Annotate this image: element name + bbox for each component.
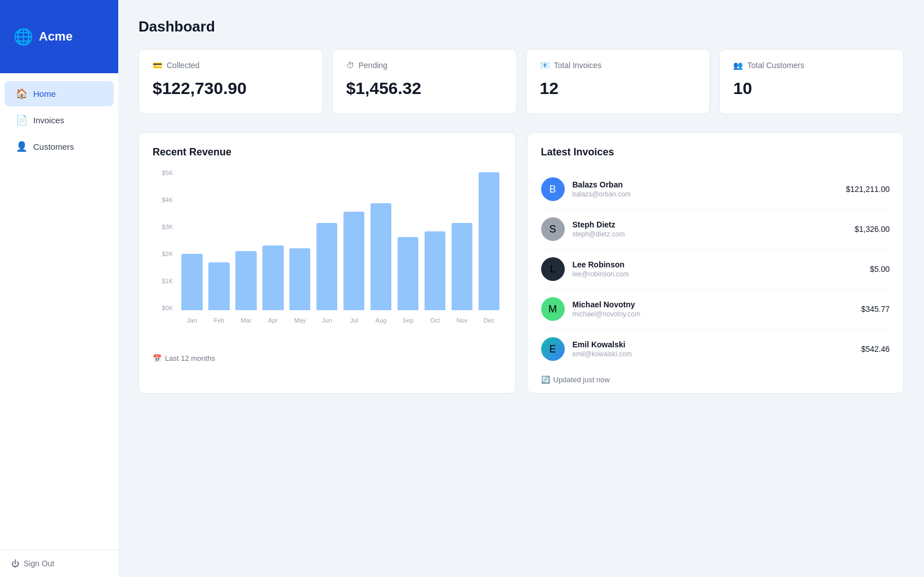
invoice-amount: $542.46 bbox=[861, 345, 890, 354]
invoices-footer-label: Updated just now bbox=[553, 375, 610, 384]
bar-label-nov: Nov bbox=[457, 317, 468, 324]
latest-invoices-card: Latest Invoices B Balazs Orban balazs@or… bbox=[527, 132, 904, 393]
sidebar-label-customers: Customers bbox=[33, 142, 74, 151]
stat-label-row-total_customers: 👥 Total Customers bbox=[733, 61, 890, 70]
calendar-icon: 📅 bbox=[153, 354, 162, 363]
bar-fill-dec bbox=[479, 172, 499, 310]
chart-footer-label: Last 12 months bbox=[165, 354, 215, 363]
stat-card-total_invoices: 📧 Total Invoices 12 bbox=[526, 49, 711, 114]
bar-fill-apr bbox=[262, 245, 283, 310]
chart-footer: 📅 Last 12 months bbox=[153, 350, 502, 363]
invoices-icon: 📄 bbox=[16, 114, 28, 126]
bar-fill-aug bbox=[371, 203, 391, 310]
refresh-icon: 🔄 bbox=[541, 375, 550, 384]
total_customers-icon: 👥 bbox=[733, 61, 743, 70]
bar-mar: Mar bbox=[234, 169, 258, 310]
sidebar-item-home[interactable]: 🏠 Home bbox=[5, 81, 114, 106]
sidebar-footer: ⏻ Sign Out bbox=[0, 549, 118, 577]
bar-label-dec: Dec bbox=[484, 317, 495, 324]
chart-bars: Jan Feb Mar Apr May Jun Jul Aug Sep Oct … bbox=[153, 169, 502, 327]
bar-fill-nov bbox=[452, 223, 472, 310]
bar-feb: Feb bbox=[207, 169, 231, 310]
sidebar-nav: 🏠 Home 📄 Invoices 👤 Customers bbox=[0, 73, 118, 549]
bar-label-jan: Jan bbox=[187, 317, 197, 324]
sign-out-button[interactable]: ⏻ Sign Out bbox=[11, 559, 54, 568]
stat-label-row-total_invoices: 📧 Total Invoices bbox=[540, 61, 697, 70]
bar-fill-jul bbox=[343, 212, 364, 310]
invoice-name: Balazs Orban bbox=[573, 180, 838, 189]
invoice-email: balazs@orban.com bbox=[573, 190, 838, 198]
y-axis-label: $3K bbox=[153, 223, 177, 230]
collected-icon: 💳 bbox=[153, 61, 162, 70]
invoice-amount: $121,211.00 bbox=[846, 185, 890, 194]
bar-jul: Jul bbox=[342, 169, 367, 310]
invoices-footer: 🔄 Updated just now bbox=[541, 369, 890, 384]
y-axis-label: $0K bbox=[153, 305, 177, 311]
avatar: L bbox=[541, 257, 565, 281]
invoice-email: emil@kowalski.com bbox=[573, 350, 854, 358]
y-axis-label: $1K bbox=[153, 278, 177, 284]
invoice-item[interactable]: E Emil Kowalski emil@kowalski.com $542.4… bbox=[541, 329, 890, 369]
invoice-item[interactable]: M Michael Novotny michael@novotny.com $3… bbox=[541, 289, 890, 329]
invoice-item[interactable]: B Balazs Orban balazs@orban.com $121,211… bbox=[541, 169, 890, 209]
invoice-name: Steph Dietz bbox=[573, 220, 847, 229]
total_invoices-icon: 📧 bbox=[540, 61, 550, 70]
y-axis-label: $2K bbox=[153, 251, 177, 257]
bar-label-jun: Jun bbox=[322, 317, 332, 324]
sidebar-item-invoices[interactable]: 📄 Invoices bbox=[5, 108, 114, 133]
invoice-name: Michael Novotny bbox=[573, 300, 854, 309]
invoice-info: Michael Novotny michael@novotny.com bbox=[573, 300, 854, 318]
stat-label-total_invoices: Total Invoices bbox=[554, 61, 602, 70]
invoice-list: B Balazs Orban balazs@orban.com $121,211… bbox=[541, 169, 890, 369]
stat-value-pending: $1,456.32 bbox=[346, 79, 503, 98]
invoice-info: Lee Robinson lee@robinson.com bbox=[573, 260, 862, 278]
y-axis-label: $4K bbox=[153, 196, 177, 203]
y-axis: $5K$4K$3K$2K$1K$0K bbox=[153, 169, 177, 311]
stat-label-collected: Collected bbox=[167, 61, 199, 70]
revenue-chart-card: Recent Revenue $5K$4K$3K$2K$1K$0K Jan Fe… bbox=[139, 132, 516, 393]
chart-title: Recent Revenue bbox=[153, 146, 502, 158]
bar-fill-mar bbox=[235, 251, 256, 310]
sign-out-label: Sign Out bbox=[24, 559, 54, 568]
invoice-item[interactable]: L Lee Robinson lee@robinson.com $5.00 bbox=[541, 249, 890, 289]
bar-fill-feb bbox=[208, 262, 229, 310]
stat-label-row-pending: ⏱ Pending bbox=[346, 61, 503, 70]
avatar: S bbox=[541, 217, 565, 241]
invoice-amount: $1,326.00 bbox=[855, 225, 890, 234]
stat-card-pending: ⏱ Pending $1,456.32 bbox=[332, 49, 517, 114]
bar-jun: Jun bbox=[315, 169, 340, 310]
sidebar-item-customers[interactable]: 👤 Customers bbox=[5, 134, 114, 159]
bar-apr: Apr bbox=[261, 169, 285, 310]
sidebar: 🌐 Acme 🏠 Home 📄 Invoices 👤 Customers ⏻ S… bbox=[0, 0, 118, 577]
bar-fill-oct bbox=[425, 231, 445, 310]
avatar: M bbox=[541, 297, 565, 321]
bar-dec: Dec bbox=[476, 169, 501, 310]
y-axis-label: $5K bbox=[153, 169, 177, 176]
stat-label-total_customers: Total Customers bbox=[747, 61, 804, 70]
invoice-amount: $5.00 bbox=[870, 265, 890, 274]
stats-row: 💳 Collected $122,730.90 ⏱ Pending $1,456… bbox=[139, 49, 904, 114]
invoice-name: Emil Kowalski bbox=[573, 340, 854, 349]
home-icon: 🏠 bbox=[16, 88, 28, 100]
stat-value-total_customers: 10 bbox=[733, 79, 890, 98]
invoice-item[interactable]: S Steph Dietz steph@dietz.com $1,326.00 bbox=[541, 209, 890, 249]
pending-icon: ⏱ bbox=[346, 61, 354, 70]
chart-area: $5K$4K$3K$2K$1K$0K Jan Feb Mar Apr May J… bbox=[153, 169, 502, 350]
invoices-title: Latest Invoices bbox=[541, 146, 890, 158]
bar-label-sep: Sep bbox=[403, 317, 414, 324]
stat-card-collected: 💳 Collected $122,730.90 bbox=[139, 49, 323, 114]
power-icon: ⏻ bbox=[11, 559, 19, 568]
invoice-name: Lee Robinson bbox=[573, 260, 862, 269]
stat-card-total_customers: 👥 Total Customers 10 bbox=[719, 49, 904, 114]
bar-fill-sep bbox=[398, 237, 418, 310]
bar-sep: Sep bbox=[396, 169, 421, 310]
bar-label-oct: Oct bbox=[430, 317, 440, 324]
invoice-info: Balazs Orban balazs@orban.com bbox=[573, 180, 838, 198]
bar-label-may: May bbox=[294, 317, 306, 324]
bar-oct: Oct bbox=[423, 169, 448, 310]
globe-icon: 🌐 bbox=[14, 28, 33, 46]
main-content: Dashboard 💳 Collected $122,730.90 ⏱ Pend… bbox=[118, 0, 924, 577]
invoice-info: Steph Dietz steph@dietz.com bbox=[573, 220, 847, 238]
invoice-email: lee@robinson.com bbox=[573, 270, 862, 278]
bar-jan: Jan bbox=[180, 169, 204, 310]
